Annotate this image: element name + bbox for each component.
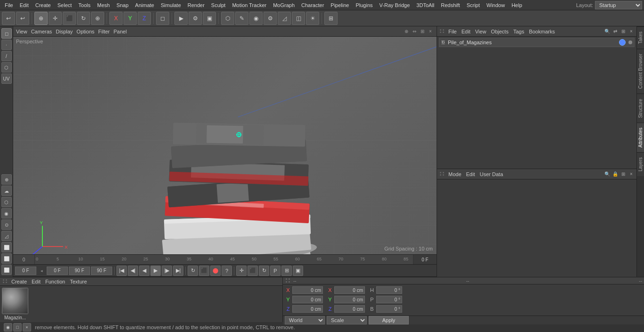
attr-expand-icon[interactable]: ⊞ <box>620 171 627 178</box>
rotate-tool-pb[interactable]: ↻ <box>259 266 269 276</box>
menu-file[interactable]: File <box>2 1 16 9</box>
object-expand-icon[interactable]: L0 <box>441 40 445 44</box>
menu-mesh[interactable]: Mesh <box>94 1 113 9</box>
vp-arrows-icon[interactable]: ⇔ <box>411 28 418 35</box>
render-settings-button[interactable]: ⚙ <box>189 12 202 25</box>
attr-close-icon[interactable]: × <box>628 171 635 178</box>
render-queue-button[interactable]: ▣ <box>203 12 216 25</box>
tab-takes[interactable]: Takes <box>637 26 644 49</box>
size-z-field[interactable] <box>334 305 365 313</box>
menu-pipeline[interactable]: Pipeline <box>328 1 352 9</box>
tool-2-btn[interactable]: ☁ <box>1 186 12 196</box>
tab-attributes[interactable]: Attributes <box>637 122 644 152</box>
frame-minus-btn[interactable]: ◂ <box>38 267 45 274</box>
tool-3-btn[interactable]: ⬡ <box>1 197 12 207</box>
cube-tool-button[interactable]: ⬡ <box>221 12 234 25</box>
spline-tool-button[interactable]: ◉ <box>249 12 263 25</box>
menu-edit[interactable]: Edit <box>17 1 32 9</box>
rot-h-field[interactable] <box>376 286 402 294</box>
tool-8-btn[interactable]: ⬜ <box>1 253 12 264</box>
mode-points-btn[interactable]: · <box>1 40 12 50</box>
menu-create[interactable]: Create <box>33 1 54 9</box>
stop-btn[interactable]: ⬛ <box>199 266 209 276</box>
current-frame-field[interactable] <box>47 267 68 275</box>
snap-button[interactable]: ⊞ <box>324 12 338 25</box>
obj-view-menu[interactable]: View <box>473 29 488 34</box>
obj-arrows-icon[interactable]: ⇄ <box>612 28 619 35</box>
rotate-button[interactable]: ↻ <box>77 12 90 25</box>
menu-select[interactable]: Select <box>55 1 75 9</box>
menu-motion-tracker[interactable]: Motion Tracker <box>229 1 269 9</box>
obj-close-icon[interactable]: × <box>628 28 635 35</box>
mat-edit-menu[interactable]: Edit <box>30 279 42 284</box>
scale-tool-pb[interactable]: ⬛ <box>248 266 258 276</box>
mode-edges-btn[interactable]: / <box>1 51 12 61</box>
status-icon-1[interactable]: ◉ <box>4 323 12 332</box>
move-button[interactable]: ✛ <box>49 12 62 25</box>
layout-dropdown[interactable]: Startup <box>595 1 642 9</box>
go-start-btn[interactable]: |◀ <box>116 266 127 276</box>
pb-grid-btn[interactable]: ⊞ <box>281 266 292 276</box>
obj-objects-menu[interactable]: Objects <box>489 29 510 34</box>
loop-btn[interactable]: ↻ <box>188 266 198 276</box>
world-dropdown[interactable]: World <box>285 316 325 324</box>
menu-simulate[interactable]: Simulate <box>158 1 184 9</box>
object-tool-button[interactable]: ◻ <box>156 12 169 25</box>
tab-content-browser[interactable]: Content Browser <box>637 49 644 93</box>
camera-button[interactable]: ◫ <box>292 12 305 25</box>
vp-lock-icon[interactable]: ⊞ <box>419 28 426 35</box>
end-frame-field[interactable] <box>69 267 90 275</box>
menu-render[interactable]: Render <box>185 1 207 9</box>
menu-redshift[interactable]: Redshift <box>438 1 462 9</box>
tab-layers[interactable]: Layers <box>637 152 644 176</box>
menu-window[interactable]: Window <box>484 1 508 9</box>
mode-object-btn[interactable]: ◻ <box>1 28 12 39</box>
prev-frame-btn[interactable]: ◀| <box>128 266 138 276</box>
move-tool-pb[interactable]: ✛ <box>236 266 247 276</box>
timeline-ruler[interactable]: 0 5 10 15 20 25 30 35 40 45 50 55 60 65 <box>35 255 413 264</box>
menu-animate[interactable]: Animate <box>132 1 157 9</box>
obj-search-icon[interactable]: 🔍 <box>604 28 611 35</box>
pos-z-field[interactable] <box>292 305 323 313</box>
apply-button[interactable]: Apply <box>369 316 409 324</box>
object-row-magazines[interactable]: L0 Pile_of_Magazines <box>439 38 635 47</box>
menu-character[interactable]: Character <box>298 1 327 9</box>
viewport-canvas[interactable]: X Y Z Perspective Grid Spacing : 10 cm <box>13 37 437 254</box>
tab-structure[interactable]: Structure <box>637 94 644 123</box>
obj-tags-menu[interactable]: Tags <box>512 29 526 34</box>
pb-mode-btn[interactable]: P <box>270 266 281 276</box>
play-forward-btn[interactable]: ▶ <box>150 266 161 276</box>
obj-expand-icon[interactable]: ⊞ <box>620 28 627 35</box>
next-frame-btn[interactable]: |▶ <box>162 266 172 276</box>
pb-render-btn[interactable]: ▣ <box>293 266 303 276</box>
size-y-field[interactable] <box>334 296 365 303</box>
mode-uvw-btn[interactable]: UV <box>1 73 12 84</box>
vp-expand-icon[interactable]: ⊕ <box>403 28 410 35</box>
tool-4-btn[interactable]: ◉ <box>1 208 12 219</box>
vp-display-menu[interactable]: Display <box>56 29 73 34</box>
tool-5-btn[interactable]: ⊙ <box>1 219 12 230</box>
pos-x-field[interactable] <box>292 286 323 294</box>
menu-3dtoall[interactable]: 3DToAll <box>413 1 437 9</box>
play-back-btn[interactable]: ◀ <box>139 266 149 276</box>
scale-button[interactable]: ⬛ <box>63 12 76 25</box>
material-item[interactable]: Magazin... <box>2 288 28 320</box>
y-axis-button[interactable]: Y <box>124 12 137 25</box>
rot-b-field[interactable] <box>376 305 402 313</box>
tool-7-btn[interactable]: ⬜ <box>1 242 12 252</box>
attr-search-icon[interactable]: 🔍 <box>604 171 611 178</box>
deformer-button[interactable]: ◿ <box>278 12 291 25</box>
vp-view-menu[interactable]: View <box>16 29 27 34</box>
rot-p-field[interactable] <box>376 296 402 303</box>
menu-mograph[interactable]: MoGraph <box>270 1 297 9</box>
vp-options-menu[interactable]: Options <box>76 29 94 34</box>
attr-edit-menu[interactable]: Edit <box>464 171 477 177</box>
mat-function-menu[interactable]: Function <box>43 279 67 284</box>
mode-polygons-btn[interactable]: ⬡ <box>1 62 12 73</box>
menu-tools[interactable]: Tools <box>75 1 93 9</box>
end-frame-field2[interactable] <box>91 267 112 275</box>
vp-filter-menu[interactable]: Filter <box>98 29 109 34</box>
obj-edit-menu[interactable]: Edit <box>460 29 472 34</box>
tool-1-btn[interactable]: ⊕ <box>1 174 12 185</box>
record-btn[interactable]: ⬤ <box>210 266 221 276</box>
